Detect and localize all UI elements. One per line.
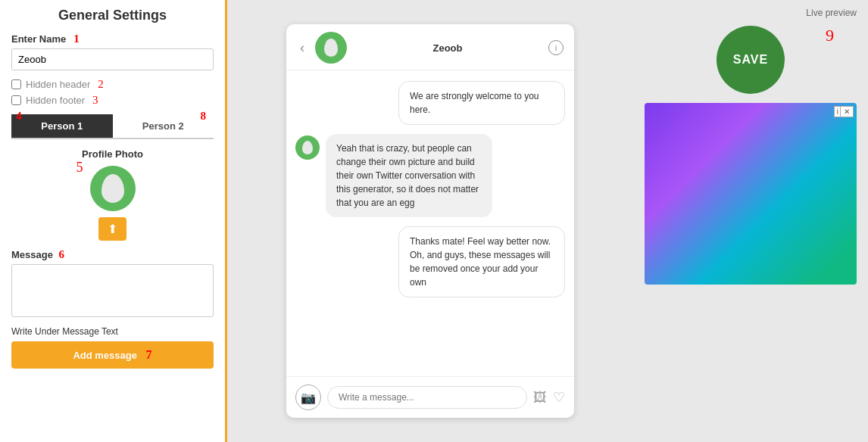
message-bubble-1: We are strongly welcome to you here. <box>398 81 565 125</box>
name-input[interactable] <box>11 48 214 70</box>
message-text-3: Thanks mate! Feel way better now. Oh, an… <box>398 226 565 297</box>
messages-area: We are strongly welcome to you here. Yea… <box>286 70 574 376</box>
hidden-header-checkbox[interactable] <box>11 79 21 89</box>
info-icon[interactable]: i <box>548 40 564 55</box>
avatar-egg <box>101 174 124 203</box>
message-label: Message 6 <box>11 248 214 261</box>
hidden-header-row: Hidden header 2 <box>11 78 214 91</box>
upload-icon: ⬆ <box>108 223 117 235</box>
message-textarea[interactable] <box>11 264 214 317</box>
add-message-button[interactable]: Add message 7 <box>11 341 214 369</box>
tab-person1[interactable]: 4 Person 1 <box>11 114 113 138</box>
heart-icon[interactable]: ♡ <box>553 389 565 406</box>
header-username: Zeoob <box>354 42 541 54</box>
header-egg <box>324 39 338 57</box>
header-avatar <box>315 32 347 64</box>
save-button-area: SAVE 9 <box>645 26 857 94</box>
camera-icon: 📷 <box>301 391 316 405</box>
hidden-footer-checkbox[interactable] <box>11 95 21 105</box>
message-text-2: Yeah that is crazy, but people can chang… <box>326 134 492 217</box>
phone-header: ‹ Zeoob i <box>286 24 574 70</box>
sender-avatar-2 <box>295 135 320 160</box>
live-preview-label: Live preview <box>806 8 857 18</box>
back-button[interactable]: ‹ <box>297 40 308 56</box>
profile-photo-area: 5 ⬆ <box>11 166 214 241</box>
middle-panel: ‹ Zeoob i We are strongly welcome to you… <box>227 0 633 442</box>
message-row-2: Yeah that is crazy, but people can chang… <box>295 134 565 217</box>
avatar-preview: 5 <box>90 166 136 211</box>
hidden-footer-row: Hidden footer 3 <box>11 94 214 107</box>
profile-photo-title: Profile Photo <box>11 148 214 160</box>
message-text-1: We are strongly welcome to you here. <box>398 81 565 125</box>
person-tabs: 4 Person 1 Person 2 8 <box>11 114 214 139</box>
tab-person2[interactable]: Person 2 8 <box>113 114 214 138</box>
ad-close-button[interactable]: ✕ <box>840 106 854 117</box>
phone-mockup: ‹ Zeoob i We are strongly welcome to you… <box>286 24 574 418</box>
right-panel: Live preview SAVE 9 i ✕ <box>633 0 868 442</box>
message-input[interactable] <box>327 386 527 409</box>
image-icon[interactable]: 🖼 <box>533 390 547 406</box>
sender-egg-2 <box>302 141 313 154</box>
upload-photo-button[interactable]: ⬆ <box>98 217 126 241</box>
phone-input-row: 📷 🖼 ♡ <box>286 376 574 418</box>
save-button[interactable]: SAVE <box>717 26 785 94</box>
message-bubble-3: Thanks mate! Feel way better now. Oh, an… <box>398 226 565 297</box>
advertisement-box: i ✕ <box>645 103 857 285</box>
left-panel: General Settings Enter Name 1 Hidden hea… <box>0 0 227 442</box>
name-label: Enter Name 1 <box>11 33 214 45</box>
panel-title: General Settings <box>11 8 214 23</box>
camera-button[interactable]: 📷 <box>295 384 321 410</box>
write-under-label: Write Under Message Text <box>11 326 214 337</box>
